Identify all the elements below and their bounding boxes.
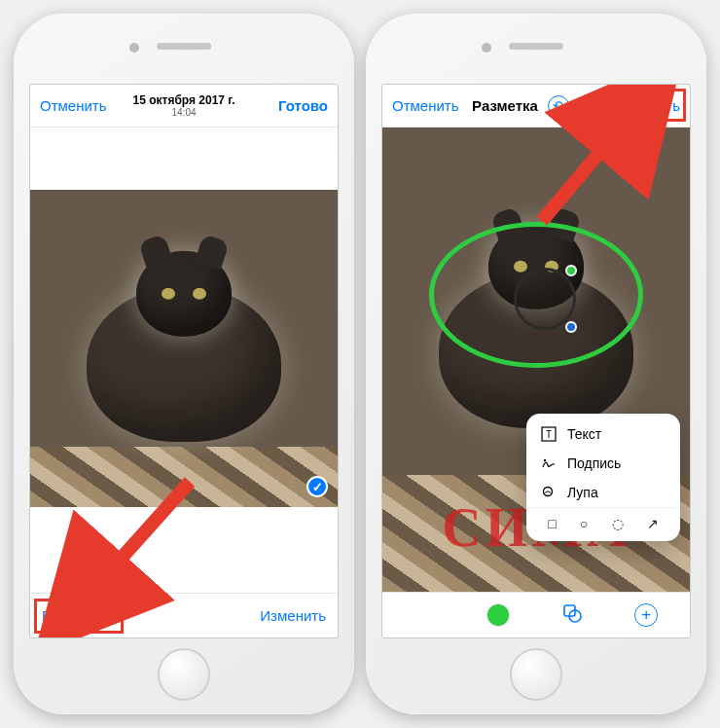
markup-toolbar: + (382, 592, 690, 637)
selection-check-icon: ✓ (306, 476, 328, 497)
add-button[interactable]: + (634, 603, 658, 627)
undo-button[interactable]: ↶ (548, 95, 569, 117)
cat-ear-right (195, 234, 230, 270)
phone-speaker (509, 43, 563, 50)
loupe-icon (540, 485, 558, 500)
save-button[interactable]: Сохранить (607, 97, 680, 114)
photo-area: ✓ (30, 127, 338, 593)
shape-circle-button[interactable]: ○ (580, 516, 588, 531)
done-button[interactable]: Готово (278, 97, 328, 114)
cancel-button[interactable]: Отменить (40, 97, 107, 114)
menu-item-text[interactable]: T Текст (526, 419, 680, 449)
cat-eye-right (193, 288, 206, 300)
markup-canvas[interactable]: СИМА T Текст Подпись (382, 127, 690, 592)
add-menu-popup: T Текст Подпись Лупа □ (526, 414, 680, 541)
screen-right: Отменить Разметка ↶ ↷ Сохранить СИМА (381, 84, 691, 638)
bottom-bar: Разметка Изменить (30, 593, 338, 637)
edit-button[interactable]: Изменить (260, 607, 326, 624)
title-markup: Разметка (472, 97, 538, 114)
loupe-handle-zoom[interactable] (565, 265, 577, 276)
svg-text:T: T (546, 429, 552, 440)
menu-label-signature: Подпись (567, 455, 621, 471)
svg-point-3 (544, 459, 546, 461)
phone-camera (129, 43, 139, 53)
cat-eye-left (162, 288, 175, 300)
phone-speaker (157, 43, 211, 50)
menu-shape-row: □ ○ ◌ ↗ (526, 507, 680, 535)
loupe-handle-size[interactable] (565, 321, 577, 333)
bottom-gap (30, 507, 338, 593)
cat-ear-left (138, 234, 173, 270)
photo-blanket (30, 447, 338, 507)
nav-bar: Отменить 15 октября 2017 г. 14:04 Готово (30, 85, 338, 127)
phone-left: Отменить 15 октября 2017 г. 14:04 Готово… (14, 14, 354, 714)
top-gap (30, 127, 338, 190)
shape-arrow-button[interactable]: ↗ (647, 516, 659, 531)
menu-label-text: Текст (567, 426, 601, 442)
shape-bubble-button[interactable]: ◌ (612, 516, 624, 531)
redo-button[interactable]: ↷ (579, 95, 600, 117)
markup-button[interactable]: Разметка (42, 607, 105, 624)
screen-left: Отменить 15 октября 2017 г. 14:04 Готово… (29, 84, 339, 638)
date-label: 15 октября 2017 г. (133, 93, 235, 107)
nav-center: Разметка ↶ ↷ (472, 95, 600, 117)
color-picker-button[interactable] (487, 604, 509, 626)
title-date: 15 октября 2017 г. 14:04 (133, 93, 235, 118)
nav-bar: Отменить Разметка ↶ ↷ Сохранить (382, 85, 690, 127)
menu-item-signature[interactable]: Подпись (526, 449, 680, 478)
menu-item-loupe[interactable]: Лупа (526, 478, 680, 507)
markup-loupe[interactable] (514, 268, 576, 330)
shapes-overlap-icon[interactable] (561, 602, 583, 628)
time-label: 14:04 (133, 107, 235, 118)
signature-icon (540, 455, 558, 471)
shape-square-button[interactable]: □ (548, 516, 556, 531)
cancel-button[interactable]: Отменить (392, 97, 459, 114)
photo-preview[interactable]: ✓ (30, 190, 338, 507)
phone-camera (482, 43, 491, 53)
home-button[interactable] (158, 648, 210, 701)
phone-right: Отменить Разметка ↶ ↷ Сохранить СИМА (366, 14, 706, 714)
text-icon: T (540, 426, 558, 442)
photo-cat-head (136, 251, 232, 337)
menu-label-loupe: Лупа (567, 485, 598, 500)
home-button[interactable] (510, 648, 562, 701)
